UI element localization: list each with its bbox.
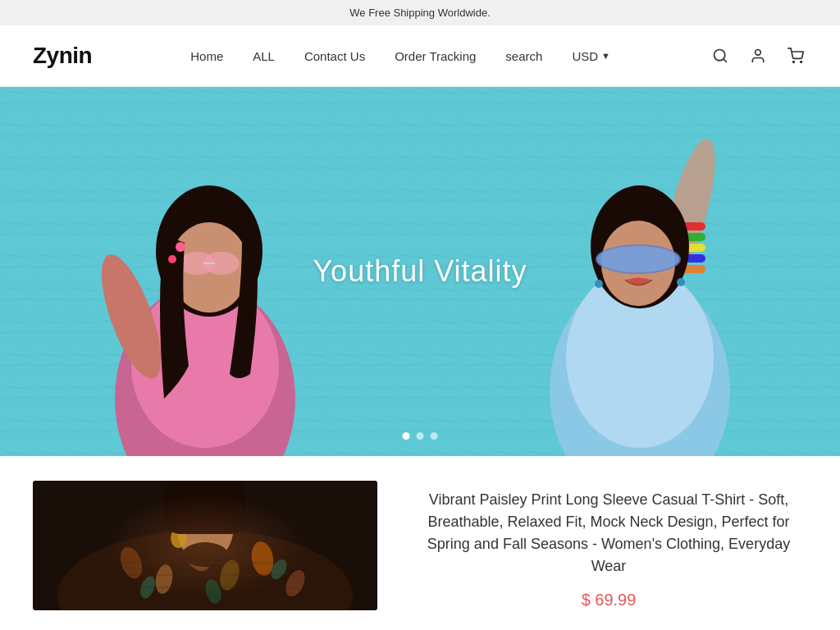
- currency-label: USD: [572, 49, 598, 63]
- svg-point-32: [595, 280, 603, 288]
- svg-point-40: [249, 540, 276, 578]
- product-info: Vibrant Paisley Print Long Sleeve Casual…: [410, 481, 807, 609]
- currency-arrow-icon: ▼: [601, 51, 610, 61]
- header: Zynin Home ALL Contact Us Order Tracking…: [0, 25, 840, 87]
- svg-point-46: [171, 528, 187, 548]
- svg-line-1: [724, 59, 727, 62]
- hero-banner: Youthful Vitality: [0, 87, 840, 456]
- svg-point-36: [116, 544, 146, 582]
- search-icon: [712, 48, 728, 64]
- svg-point-2: [756, 50, 761, 56]
- announcement-bar: We Free Shipping Worldwide.: [0, 0, 840, 25]
- nav-order-tracking[interactable]: Order Tracking: [395, 49, 476, 63]
- svg-point-38: [178, 533, 216, 576]
- account-button[interactable]: [746, 44, 769, 67]
- hero-title: Youthful Vitality: [313, 254, 527, 289]
- search-button[interactable]: [709, 44, 732, 67]
- product-image[interactable]: [33, 481, 377, 610]
- product-visual: [33, 481, 377, 610]
- product-image-inner: [33, 481, 377, 610]
- hero-dot-3[interactable]: [431, 432, 438, 440]
- cart-button[interactable]: [784, 44, 807, 67]
- nav-contact-us[interactable]: Contact Us: [304, 49, 365, 63]
- svg-point-33: [677, 278, 685, 286]
- product-title[interactable]: Vibrant Paisley Print Long Sleeve Casual…: [410, 489, 807, 578]
- svg-point-39: [217, 558, 242, 592]
- svg-point-45: [176, 489, 234, 563]
- nav-search[interactable]: search: [505, 49, 542, 63]
- svg-point-37: [153, 564, 175, 596]
- logo[interactable]: Zynin: [33, 43, 92, 69]
- hero-dot-1[interactable]: [403, 432, 410, 440]
- svg-point-41: [282, 567, 308, 599]
- nav-home[interactable]: Home: [190, 49, 223, 63]
- cart-icon: [788, 48, 804, 64]
- svg-point-18: [176, 242, 185, 252]
- svg-point-19: [168, 255, 176, 263]
- account-icon: [750, 48, 766, 64]
- announcement-text: We Free Shipping Worldwide.: [349, 7, 491, 19]
- svg-rect-48: [164, 493, 246, 534]
- svg-point-42: [138, 574, 158, 600]
- product-price: $ 69.99: [410, 591, 807, 609]
- hero-dot-2[interactable]: [417, 432, 424, 440]
- currency-selector[interactable]: USD ▼: [572, 49, 610, 63]
- svg-point-47: [164, 481, 246, 526]
- main-nav: Home ALL Contact Us Order Tracking searc…: [190, 49, 610, 63]
- svg-point-49: [182, 542, 228, 567]
- svg-point-4: [801, 62, 802, 63]
- svg-point-31: [597, 246, 679, 272]
- product-section: Vibrant Paisley Print Long Sleeve Casual…: [0, 456, 840, 630]
- svg-point-3: [793, 62, 795, 63]
- svg-point-44: [268, 557, 290, 582]
- header-icons: [709, 44, 807, 67]
- nav-all[interactable]: ALL: [253, 49, 275, 63]
- hero-dots: [403, 432, 438, 440]
